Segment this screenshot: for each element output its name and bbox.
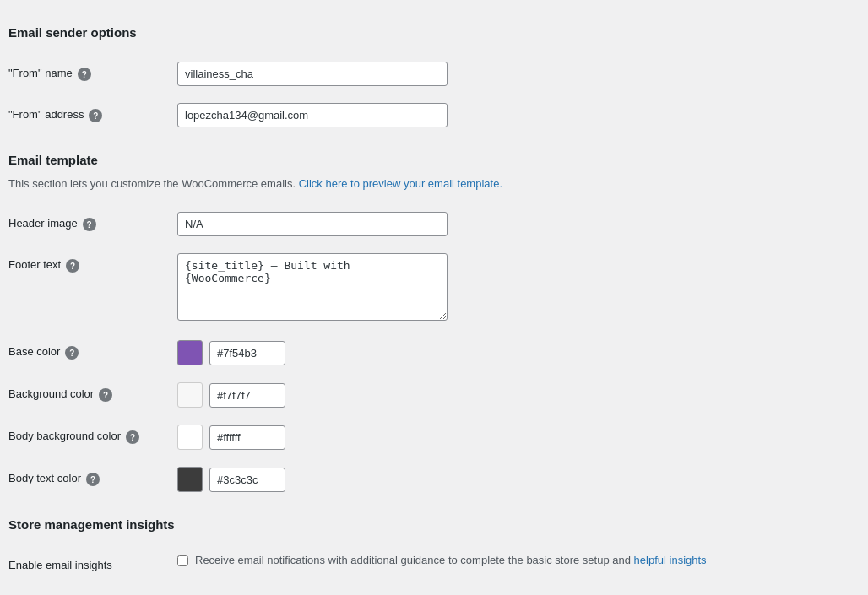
store-management-section: Store management insights Enable email i… — [8, 517, 851, 580]
header-image-input[interactable] — [177, 212, 448, 236]
body-text-color-row-controls — [177, 467, 843, 492]
footer-text-input[interactable]: {site_title} — Built with {WooCommerce} — [177, 253, 448, 321]
from-address-row: "From" address ? — [8, 95, 851, 136]
footer-text-row: Footer text ? {site_title} — Built with … — [8, 245, 851, 332]
from-address-input[interactable] — [177, 103, 448, 127]
header-image-row: Header image ? — [8, 203, 851, 245]
body-background-color-label: Body background color — [8, 430, 121, 442]
preview-email-link[interactable]: Click here to preview your email templat… — [299, 177, 502, 190]
body-text-color-label: Body text color — [8, 472, 81, 484]
base-color-help-icon[interactable]: ? — [65, 346, 79, 360]
background-color-row-controls — [177, 382, 843, 408]
body-background-color-swatch[interactable] — [177, 425, 203, 450]
email-template-table: Header image ? Footer text ? {site_title… — [8, 203, 851, 500]
enable-email-insights-checkbox[interactable] — [177, 555, 188, 566]
email-template-title: Email template — [8, 153, 851, 167]
footer-text-help-icon[interactable]: ? — [66, 259, 79, 273]
from-name-input[interactable] — [177, 62, 448, 86]
base-color-hex-input[interactable] — [209, 341, 285, 365]
email-template-section: Email template This section lets you cus… — [8, 153, 851, 500]
footer-text-label: Footer text — [8, 258, 61, 271]
header-image-help-icon[interactable]: ? — [83, 218, 96, 231]
background-color-help-icon[interactable]: ? — [99, 388, 112, 402]
background-color-hex-input[interactable] — [209, 383, 285, 408]
body-text-color-hex-input[interactable] — [209, 468, 285, 492]
body-background-color-hex-input[interactable] — [209, 425, 285, 450]
base-color-label: Base color — [8, 345, 60, 358]
email-insights-checkbox-row: Receive email notifications with additio… — [177, 554, 843, 566]
body-background-color-row-controls — [177, 425, 843, 450]
helpful-insights-link[interactable]: helpful insights — [634, 554, 707, 566]
base-color-swatch[interactable] — [177, 340, 203, 365]
from-address-help-icon[interactable]: ? — [89, 109, 102, 122]
store-management-table: Enable email insights Receive email noti… — [8, 545, 851, 580]
base-color-row-controls — [177, 340, 843, 365]
from-name-row: "From" name ? — [8, 53, 851, 95]
email-sender-title: Email sender options — [8, 25, 851, 40]
base-color-row: Base color ? — [8, 332, 851, 374]
background-color-label: Background color — [8, 387, 94, 400]
body-background-color-help-icon[interactable]: ? — [126, 430, 139, 444]
body-text-color-row: Body text color ? — [8, 458, 851, 500]
body-text-color-swatch[interactable] — [177, 467, 203, 492]
body-background-color-row: Body background color ? — [8, 416, 851, 458]
from-name-help-icon[interactable]: ? — [78, 68, 91, 81]
background-color-swatch[interactable] — [177, 382, 203, 408]
body-text-color-help-icon[interactable]: ? — [86, 473, 100, 486]
enable-email-insights-label: Enable email insights — [8, 559, 112, 571]
email-template-description: This section lets you customize the WooC… — [8, 177, 851, 190]
background-color-row: Background color ? — [8, 374, 851, 416]
from-name-label: "From" name — [8, 67, 73, 79]
email-sender-section: Email sender options "From" name ? "From… — [8, 25, 851, 136]
from-address-label: "From" address — [8, 108, 84, 121]
email-insights-checkbox-label: Receive email notifications with additio… — [195, 554, 707, 566]
email-sender-table: "From" name ? "From" address ? — [8, 53, 851, 136]
header-image-label: Header image — [8, 217, 78, 230]
enable-email-insights-row: Enable email insights Receive email noti… — [8, 545, 851, 580]
store-management-title: Store management insights — [8, 517, 851, 532]
